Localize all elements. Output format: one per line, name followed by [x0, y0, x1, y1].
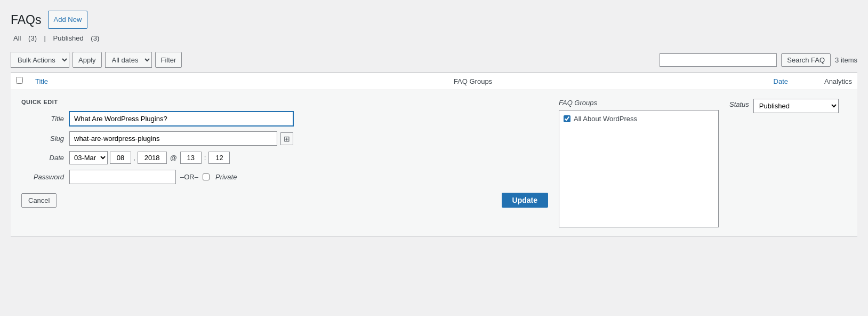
select-all-checkbox-th [11, 73, 30, 90]
date-year-input[interactable] [138, 152, 167, 164]
quick-edit-row: QUICK EDIT Title Slug [11, 90, 857, 236]
slug-input[interactable] [69, 131, 277, 146]
group-checkbox-all-about-wordpress[interactable] [564, 115, 570, 122]
page-title: FAQs [11, 13, 42, 27]
date-colon: : [204, 154, 207, 162]
apply-button[interactable]: Apply [73, 52, 102, 68]
quick-edit-container: QUICK EDIT Title Slug [21, 99, 847, 227]
quick-edit-left: QUICK EDIT Title Slug [21, 99, 548, 227]
col-groups-header: FAQ Groups [216, 73, 729, 90]
date-hour-input[interactable] [180, 152, 202, 164]
quick-edit-title: QUICK EDIT [21, 99, 548, 105]
password-row: –OR– Private [69, 170, 237, 184]
group-label: All About WordPress [574, 115, 637, 123]
toolbar-left: Bulk Actions Apply All dates Filter [11, 52, 182, 68]
date-label: Date [21, 154, 64, 162]
sublinks: All (3) | Published (3) [11, 34, 857, 42]
toolbar: Bulk Actions Apply All dates Filter Sear… [11, 48, 857, 72]
date-comma: , [133, 154, 135, 162]
col-title-header[interactable]: Title [30, 73, 216, 90]
slug-row: ⊞ [69, 131, 293, 146]
items-count: 3 items [835, 56, 857, 64]
status-label: Status [729, 100, 749, 108]
all-link[interactable]: All (3) [11, 34, 42, 42]
slug-form-row: Slug ⊞ [21, 131, 548, 146]
slug-icon[interactable]: ⊞ [280, 132, 293, 145]
private-label: Private [215, 173, 237, 181]
date-day-input[interactable] [110, 152, 131, 164]
date-form-row: Date 03-Mar , @ [21, 151, 548, 164]
cancel-button[interactable]: Cancel [21, 193, 57, 208]
password-input[interactable] [69, 170, 176, 184]
quick-edit-middle: FAQ Groups All About WordPress [559, 99, 719, 227]
quick-edit-right: Status Published Draft Pending Review [729, 99, 847, 227]
private-checkbox[interactable] [203, 173, 210, 180]
published-link[interactable]: Published (3) [51, 34, 102, 42]
date-at: @ [169, 154, 178, 162]
date-row: 03-Mar , @ : [69, 151, 230, 164]
date-min-input[interactable] [208, 152, 230, 164]
update-button[interactable]: Update [502, 193, 548, 208]
status-select[interactable]: Published Draft Pending Review [753, 99, 839, 113]
groups-list[interactable]: All About WordPress [559, 110, 719, 227]
quick-edit-cell: QUICK EDIT Title Slug [11, 90, 857, 236]
status-row: Status Published Draft Pending Review [729, 99, 847, 113]
date-month-select[interactable]: 03-Mar [69, 151, 108, 164]
password-form-row: Password –OR– Private [21, 170, 548, 184]
table-header-row: Title FAQ Groups Date Analytics [11, 73, 857, 90]
title-label: Title [21, 115, 64, 123]
toolbar-right: Search FAQ 3 items [660, 53, 857, 67]
add-new-button[interactable]: Add New [48, 11, 88, 29]
or-text: –OR– [180, 173, 198, 181]
slug-label: Slug [21, 135, 64, 143]
search-input[interactable] [660, 53, 777, 67]
search-button[interactable]: Search FAQ [781, 53, 831, 67]
list-item: All About WordPress [564, 114, 714, 124]
filter-button[interactable]: Filter [155, 52, 182, 68]
dates-select[interactable]: All dates [105, 52, 152, 68]
groups-label: FAQ Groups [559, 99, 719, 107]
action-row: Cancel Update [21, 193, 548, 208]
select-all-checkbox[interactable] [16, 77, 23, 84]
title-input[interactable] [69, 112, 293, 126]
title-form-row: Title [21, 112, 548, 126]
col-date-header[interactable]: Date [729, 73, 793, 90]
col-analytics-header: Analytics [793, 73, 857, 90]
password-label: Password [21, 173, 64, 181]
faq-table: Title FAQ Groups Date Analytics QUICK ED… [11, 72, 857, 236]
bulk-actions-select[interactable]: Bulk Actions [11, 52, 69, 68]
